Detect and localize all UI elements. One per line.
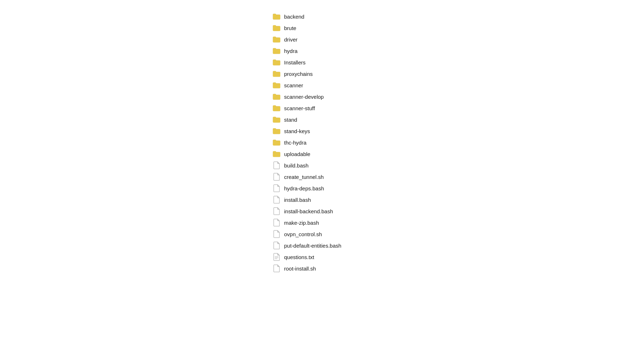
- folder-icon: [273, 58, 280, 66]
- list-item[interactable]: brute: [268, 22, 376, 34]
- list-item[interactable]: proxychains: [268, 68, 376, 79]
- list-item[interactable]: uploadable: [268, 148, 376, 160]
- list-item[interactable]: stand-keys: [268, 125, 376, 137]
- file-icon: [273, 196, 280, 204]
- item-name: put-default-entities.bash: [284, 243, 341, 249]
- folder-icon: [273, 24, 280, 32]
- folder-icon: [273, 138, 280, 146]
- file-lines-icon: [273, 253, 280, 261]
- list-item[interactable]: backend: [268, 11, 376, 22]
- item-name: Installers: [284, 59, 306, 65]
- folder-icon: [273, 35, 280, 43]
- file-icon: [273, 230, 280, 238]
- item-name: hydra: [284, 48, 298, 54]
- folder-icon: [273, 13, 280, 20]
- folder-icon: [273, 116, 280, 123]
- folder-icon: [273, 104, 280, 112]
- file-icon: [273, 207, 280, 215]
- item-name: stand: [284, 117, 297, 123]
- item-name: install-backend.bash: [284, 208, 333, 214]
- folder-icon: [273, 127, 280, 135]
- list-item[interactable]: make-zip.bash: [268, 217, 376, 228]
- list-item[interactable]: put-default-entities.bash: [268, 240, 376, 251]
- item-name: scanner-stuff: [284, 105, 315, 111]
- item-name: ovpn_control.sh: [284, 231, 322, 237]
- item-name: stand-keys: [284, 128, 310, 134]
- folder-icon: [273, 47, 280, 55]
- item-name: create_tunnel.sh: [284, 174, 324, 180]
- item-name: backend: [284, 14, 304, 20]
- item-name: install.bash: [284, 197, 311, 203]
- item-name: thc-hydra: [284, 140, 307, 146]
- file-icon: [273, 184, 280, 192]
- list-item[interactable]: scanner: [268, 79, 376, 91]
- file-icon: [273, 242, 280, 249]
- file-list: backend brute driver hydra Installers pr…: [268, 7, 376, 278]
- item-name: hydra-deps.bash: [284, 185, 324, 191]
- file-icon: [273, 161, 280, 169]
- item-name: scanner-develop: [284, 94, 324, 100]
- item-name: scanner: [284, 82, 303, 88]
- file-icon: [273, 264, 280, 272]
- list-item[interactable]: stand: [268, 114, 376, 125]
- item-name: build.bash: [284, 162, 308, 169]
- item-name: brute: [284, 25, 296, 31]
- file-icon: [273, 173, 280, 181]
- folder-icon: [273, 81, 280, 89]
- list-item[interactable]: questions.txt: [268, 251, 376, 263]
- list-item[interactable]: hydra: [268, 45, 376, 57]
- file-icon: [273, 219, 280, 227]
- list-item[interactable]: Installers: [268, 57, 376, 68]
- item-name: make-zip.bash: [284, 220, 319, 226]
- list-item[interactable]: scanner-develop: [268, 91, 376, 102]
- list-item[interactable]: scanner-stuff: [268, 102, 376, 114]
- list-item[interactable]: create_tunnel.sh: [268, 171, 376, 183]
- list-item[interactable]: hydra-deps.bash: [268, 183, 376, 194]
- list-item[interactable]: install.bash: [268, 194, 376, 205]
- item-name: driver: [284, 37, 298, 43]
- folder-icon: [273, 150, 280, 158]
- list-item[interactable]: driver: [268, 34, 376, 45]
- list-item[interactable]: build.bash: [268, 160, 376, 171]
- item-name: root-install.sh: [284, 266, 316, 272]
- list-item[interactable]: thc-hydra: [268, 137, 376, 148]
- folder-icon: [273, 70, 280, 78]
- list-item[interactable]: root-install.sh: [268, 263, 376, 274]
- folder-icon: [273, 93, 280, 101]
- item-name: uploadable: [284, 151, 310, 157]
- item-name: questions.txt: [284, 254, 314, 260]
- list-item[interactable]: ovpn_control.sh: [268, 228, 376, 240]
- list-item[interactable]: install-backend.bash: [268, 205, 376, 217]
- item-name: proxychains: [284, 71, 313, 77]
